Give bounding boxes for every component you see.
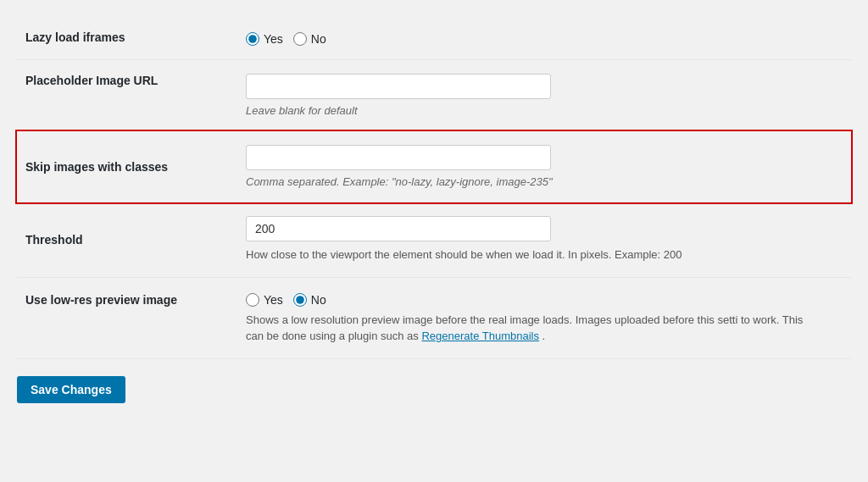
placeholder-image-url-hint: Leave blank for default bbox=[246, 104, 843, 117]
lazy-load-iframes-no-radio[interactable] bbox=[293, 32, 307, 46]
skip-images-classes-controls: Comma separated. Example: "no-lazy, lazy… bbox=[237, 131, 851, 202]
use-low-res-preview-label: Use low-res preview image bbox=[17, 277, 237, 358]
lazy-load-iframes-row: Lazy load iframes Yes No bbox=[17, 17, 851, 60]
placeholder-image-url-input[interactable] bbox=[246, 74, 551, 99]
lazy-load-iframes-radio-group: Yes No bbox=[246, 30, 843, 46]
lazy-load-iframes-label: Lazy load iframes bbox=[17, 17, 237, 60]
use-low-res-yes-radio[interactable] bbox=[246, 293, 259, 307]
use-low-res-description: Shows a low resolution preview image bef… bbox=[246, 312, 822, 345]
skip-images-classes-label: Skip images with classes bbox=[17, 131, 237, 202]
placeholder-image-url-controls: Leave blank for default bbox=[237, 60, 851, 131]
lazy-load-iframes-no-label: No bbox=[311, 32, 326, 46]
skip-images-classes-input[interactable] bbox=[246, 145, 551, 170]
use-low-res-no-radio[interactable] bbox=[293, 293, 307, 307]
use-low-res-preview-radio-group: Yes No bbox=[246, 291, 843, 307]
threshold-controls: How close to the viewport the element sh… bbox=[237, 202, 851, 278]
threshold-description: How close to the viewport the element sh… bbox=[246, 247, 822, 263]
regenerate-thumbnails-link[interactable]: Regenerate Thumbnails bbox=[421, 330, 539, 342]
save-changes-button[interactable]: Save Changes bbox=[17, 376, 125, 403]
skip-images-classes-row: Skip images with classes Comma separated… bbox=[17, 131, 851, 202]
use-low-res-no-label: No bbox=[311, 293, 326, 307]
lazy-load-iframes-yes-option[interactable]: Yes bbox=[246, 32, 283, 46]
lazy-load-iframes-yes-radio[interactable] bbox=[246, 32, 259, 46]
use-low-res-preview-row: Use low-res preview image Yes No Sho bbox=[17, 277, 851, 358]
lazy-load-iframes-no-option[interactable]: No bbox=[293, 32, 326, 46]
settings-page: Lazy load iframes Yes No bbox=[0, 0, 868, 482]
placeholder-image-url-row: Placeholder Image URL Leave blank for de… bbox=[17, 60, 851, 131]
threshold-input[interactable] bbox=[246, 216, 551, 241]
threshold-label: Threshold bbox=[17, 202, 237, 278]
lazy-load-iframes-controls: Yes No bbox=[237, 17, 851, 60]
use-low-res-yes-option[interactable]: Yes bbox=[246, 293, 283, 307]
threshold-row: Threshold How close to the viewport the … bbox=[17, 202, 851, 278]
use-low-res-preview-controls: Yes No Shows a low resolution preview im… bbox=[237, 277, 851, 358]
settings-table: Lazy load iframes Yes No bbox=[17, 17, 851, 359]
placeholder-image-url-label: Placeholder Image URL bbox=[17, 60, 237, 131]
use-low-res-yes-label: Yes bbox=[264, 293, 283, 307]
skip-images-classes-hint: Comma separated. Example: "no-lazy, lazy… bbox=[246, 175, 843, 188]
use-low-res-no-option[interactable]: No bbox=[293, 293, 326, 307]
use-low-res-description-end: . bbox=[542, 330, 546, 342]
lazy-load-iframes-yes-label: Yes bbox=[264, 32, 283, 46]
